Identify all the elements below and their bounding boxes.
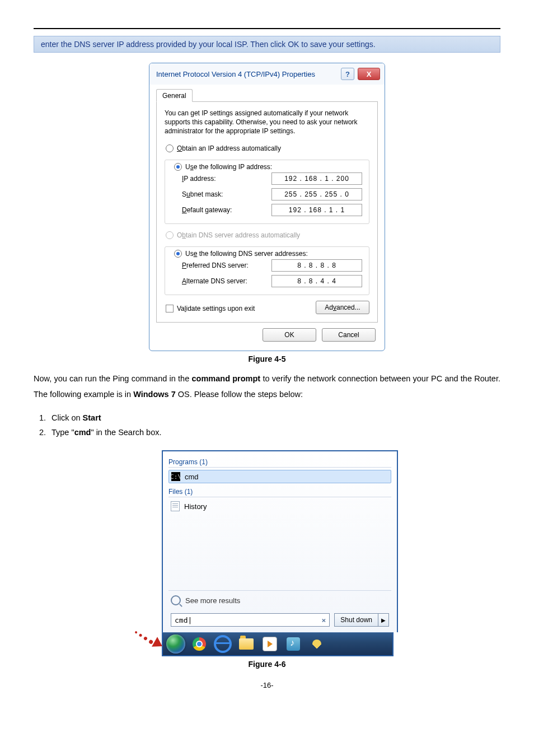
- see-more-label: See more results: [185, 596, 240, 605]
- step-1: Click on Start: [48, 410, 500, 426]
- search-icon: [171, 595, 181, 605]
- radio-label: Obtain an IP address automatically: [177, 144, 281, 152]
- close-icon[interactable]: X: [358, 68, 380, 80]
- preferred-dns-label: Preferred DNS server:: [182, 262, 266, 269]
- ok-button[interactable]: OK: [263, 328, 316, 342]
- radio-icon: [174, 250, 182, 258]
- shutdown-arrow-icon[interactable]: ▶: [378, 613, 389, 627]
- result-label: History: [184, 502, 207, 511]
- cancel-button[interactable]: Cancel: [322, 328, 376, 342]
- ie-icon[interactable]: [213, 636, 232, 652]
- page-number: -16-: [34, 681, 500, 689]
- taskbar: [162, 632, 394, 656]
- result-cmd[interactable]: C:\ cmd: [168, 470, 391, 483]
- radio-use-dns[interactable]: Use the following DNS server addresses:: [172, 250, 310, 258]
- chrome-icon[interactable]: [190, 636, 209, 652]
- alternate-dns-label: Alternate DNS server:: [182, 277, 266, 285]
- default-gateway-label: Default gateway:: [182, 206, 266, 214]
- radio-use-ip[interactable]: Use the following IP address:: [172, 163, 274, 171]
- figure-4-6-caption: Figure 4-6: [34, 660, 500, 669]
- radio-icon: [166, 231, 174, 239]
- checkbox-label: Validate settings upon exit: [177, 305, 255, 312]
- wifi-icon[interactable]: [307, 636, 326, 652]
- music-icon[interactable]: [284, 636, 303, 652]
- start-orb-icon[interactable]: [166, 636, 185, 652]
- alternate-dns-input[interactable]: 8 . 8 . 4 . 4: [271, 275, 362, 287]
- subnet-mask-label: Subnet mask:: [182, 190, 266, 198]
- figure-4-5-caption: Figure 4-5: [34, 354, 500, 363]
- intro-text: You can get IP settings assigned automat…: [165, 109, 369, 136]
- tab-general[interactable]: General: [156, 89, 193, 102]
- files-legend: Files (1): [168, 488, 391, 497]
- cmd-icon: C:\: [171, 472, 180, 481]
- top-rule: [34, 28, 500, 29]
- result-history[interactable]: History: [168, 500, 391, 513]
- see-more-results[interactable]: See more results: [168, 590, 391, 609]
- radio-label: Use the following IP address:: [185, 163, 272, 171]
- help-icon[interactable]: ?: [341, 68, 354, 80]
- radio-label: Use the following DNS server addresses:: [185, 250, 308, 258]
- dialog-title: Internet Protocol Version 4 (TCP/IPv4) P…: [156, 70, 315, 78]
- advanced-button[interactable]: Advanced...: [316, 301, 369, 314]
- subnet-mask-input[interactable]: 255 . 255 . 255 . 0: [271, 188, 362, 200]
- preferred-dns-input[interactable]: 8 . 8 . 8 . 8: [271, 259, 362, 272]
- radio-icon: [166, 144, 174, 152]
- programs-legend: Programs (1): [168, 458, 391, 468]
- explorer-icon[interactable]: [237, 636, 256, 652]
- paragraph: Now, you can run the Ping command in the…: [34, 371, 500, 402]
- instruction-banner: enter the DNS server IP address provided…: [34, 36, 500, 53]
- default-gateway-input[interactable]: 192 . 168 . 1 . 1: [271, 204, 362, 216]
- checkbox-icon: [166, 305, 174, 312]
- radio-icon: [174, 163, 182, 171]
- dialog-titlebar[interactable]: Internet Protocol Version 4 (TCP/IPv4) P…: [149, 63, 385, 85]
- radio-obtain-ip[interactable]: Obtain an IP address automatically: [166, 143, 368, 154]
- step-2: Type "cmd" in the Search box.: [48, 425, 500, 440]
- shutdown-button[interactable]: Shut down: [334, 613, 378, 627]
- search-value: cmd|: [175, 616, 192, 624]
- search-input[interactable]: cmd| ×: [171, 613, 330, 627]
- ipv4-properties-dialog: Internet Protocol Version 4 (TCP/IPv4) P…: [149, 63, 385, 351]
- start-menu-panel: Programs (1) C:\ cmd Files (1) History S…: [162, 450, 398, 632]
- result-label: cmd: [185, 473, 199, 481]
- radio-label: Obtain DNS server address automatically: [177, 231, 300, 239]
- media-player-icon[interactable]: [260, 636, 279, 652]
- clear-icon[interactable]: ×: [321, 616, 326, 624]
- ip-address-input[interactable]: 192 . 168 . 1 . 200: [271, 172, 362, 185]
- callout-arrow-icon: [132, 638, 163, 650]
- document-icon: [171, 501, 180, 511]
- validate-checkbox[interactable]: Validate settings upon exit: [165, 302, 255, 312]
- ip-address-label: IP address:: [182, 175, 266, 183]
- radio-obtain-dns: Obtain DNS server address automatically: [166, 230, 368, 241]
